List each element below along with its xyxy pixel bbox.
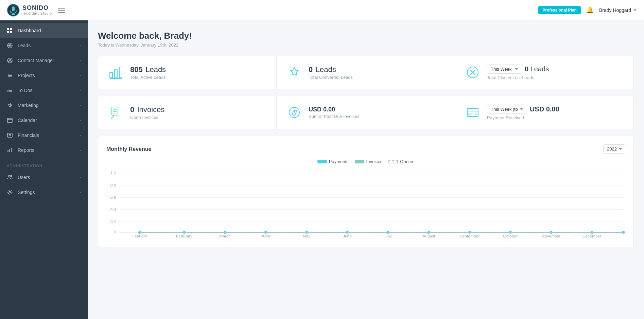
sidebar-nav: Dashboard Leads › Contac bbox=[0, 20, 88, 319]
converted-leads-icon bbox=[286, 64, 302, 81]
closed-lost-icon bbox=[465, 64, 481, 81]
sidebar-item-settings[interactable]: Settings › bbox=[0, 185, 88, 200]
sidebar-item-projects[interactable]: Projects › bbox=[0, 68, 88, 83]
legend-quotes-label: Quotes bbox=[400, 159, 414, 164]
sidebar-item-financials[interactable]: Financials › bbox=[0, 128, 88, 143]
svg-point-18 bbox=[9, 76, 10, 77]
svg-rect-40 bbox=[119, 67, 122, 78]
legend-invoices: Invoices bbox=[355, 159, 383, 164]
stat-card-past-due: USD 0.00 Sum of Past Due Invoices bbox=[277, 96, 455, 129]
sidebar-item-label: Users bbox=[18, 175, 30, 180]
sidebar-item-todos[interactable]: To Dos › bbox=[0, 83, 88, 98]
svg-text:April: April bbox=[262, 234, 270, 238]
sidebar-item-contact-manager[interactable]: Contact Manager › bbox=[0, 53, 88, 68]
sidebar-item-label: Dashboard bbox=[18, 28, 41, 33]
converted-leads-number: 0 bbox=[309, 65, 313, 74]
chevron-right-icon: › bbox=[80, 148, 81, 152]
svg-text:June: June bbox=[343, 234, 352, 238]
sliders-icon bbox=[7, 72, 13, 78]
svg-text:March: March bbox=[219, 234, 230, 238]
legend-payments-label: Payments bbox=[329, 159, 349, 164]
svg-text:0.6: 0.6 bbox=[110, 195, 116, 199]
revenue-header: Monthly Revenue 2022 2021 2020 bbox=[106, 144, 625, 154]
sidebar-item-calendar[interactable]: Calendar › bbox=[0, 113, 88, 128]
svg-rect-45 bbox=[112, 107, 118, 115]
svg-rect-25 bbox=[7, 118, 12, 123]
svg-point-17 bbox=[10, 75, 11, 76]
sidebar-item-label: Calendar bbox=[18, 118, 37, 123]
svg-text:December: December bbox=[582, 234, 601, 238]
financials-icon bbox=[7, 132, 13, 138]
welcome-title: Welcome back, Brady! bbox=[98, 31, 634, 41]
legend-invoices-color bbox=[355, 160, 364, 163]
payment-received-value: USD 0.00 bbox=[530, 105, 559, 113]
payment-period-select[interactable]: This Week (to This Month This Year bbox=[487, 105, 526, 114]
svg-text:0.8: 0.8 bbox=[110, 183, 116, 187]
svg-rect-4 bbox=[7, 28, 9, 30]
svg-point-35 bbox=[8, 176, 10, 177]
closed-lost-period-select[interactable]: This Week This Month This Year All Time bbox=[487, 65, 521, 74]
users-circle-icon bbox=[7, 57, 13, 64]
app-body: Dashboard Leads › Contac bbox=[0, 20, 644, 319]
sidebar-item-label: Reports bbox=[18, 147, 34, 153]
svg-point-10 bbox=[10, 45, 11, 46]
svg-rect-32 bbox=[7, 150, 8, 152]
svg-text:November: November bbox=[542, 234, 560, 238]
revenue-title: Monthly Revenue bbox=[106, 146, 151, 152]
active-leads-label: Leads bbox=[145, 65, 166, 74]
grid-icon bbox=[7, 28, 13, 34]
sidebar-item-label: Marketing bbox=[18, 103, 38, 108]
sidebar-item-users[interactable]: Users › bbox=[0, 170, 88, 185]
svg-text:0: 0 bbox=[114, 230, 116, 234]
revenue-card: Monthly Revenue 2022 2021 2020 Payments … bbox=[98, 136, 634, 247]
sidebar-item-reports[interactable]: Reports › bbox=[0, 143, 88, 158]
logo-sub: recording.studio bbox=[22, 12, 52, 15]
sidebar-item-label: Financials bbox=[18, 132, 39, 138]
open-invoices-desc: Open Invoices bbox=[130, 115, 267, 120]
svg-rect-1 bbox=[12, 6, 15, 11]
chevron-right-icon: › bbox=[80, 118, 81, 122]
bell-icon[interactable]: 🔔 bbox=[586, 6, 594, 14]
sidebar-item-label: To Dos bbox=[18, 88, 33, 93]
hamburger-menu[interactable] bbox=[57, 6, 66, 14]
svg-text:1.0: 1.0 bbox=[110, 171, 116, 175]
open-invoices-number: 0 bbox=[130, 105, 134, 114]
revenue-period-select[interactable]: 2022 2021 2020 bbox=[603, 144, 625, 154]
sidebar-item-dashboard[interactable]: Dashboard bbox=[0, 23, 88, 38]
closed-lost-label: Leads bbox=[530, 65, 549, 73]
main-content: Welcome back, Brady! Today is Wednesday,… bbox=[88, 20, 644, 319]
svg-text:0.4: 0.4 bbox=[110, 208, 116, 211]
legend-payments-color bbox=[317, 160, 327, 163]
legend-invoices-label: Invoices bbox=[366, 159, 383, 164]
past-due-number: USD 0.00 bbox=[309, 106, 335, 113]
sidebar-item-label: Projects bbox=[18, 73, 35, 78]
chevron-right-icon: › bbox=[80, 175, 81, 179]
svg-rect-31 bbox=[7, 134, 8, 135]
list-icon bbox=[7, 87, 13, 93]
header-right: Professional Plan 🔔 Brady Hoggard ▼ bbox=[538, 6, 637, 14]
svg-text:February: February bbox=[176, 234, 192, 238]
user-info[interactable]: Brady Hoggard ▼ bbox=[599, 7, 637, 13]
header-left: SONIDO recording.studio bbox=[7, 4, 66, 17]
svg-point-24 bbox=[7, 91, 8, 92]
chart-legend: Payments Invoices Quotes bbox=[106, 159, 625, 164]
svg-rect-33 bbox=[9, 149, 10, 152]
svg-point-23 bbox=[7, 90, 8, 91]
sidebar-item-marketing[interactable]: Marketing › bbox=[0, 98, 88, 113]
stat-card-closed-lost: This Week This Month This Year All Time … bbox=[455, 56, 633, 89]
welcome-subtitle: Today is Wednesday, January 19th, 2022 bbox=[98, 42, 634, 48]
chart-area: 1.0 0.8 0.6 0.4 0.2 0 bbox=[106, 170, 625, 239]
svg-text:August: August bbox=[422, 234, 435, 238]
revenue-chart: 1.0 0.8 0.6 0.4 0.2 0 bbox=[106, 170, 625, 237]
legend-quotes: Quotes bbox=[388, 159, 414, 164]
chevron-right-icon: › bbox=[80, 73, 81, 77]
svg-rect-34 bbox=[11, 148, 12, 152]
logo-name: SONIDO bbox=[22, 5, 52, 12]
svg-rect-39 bbox=[115, 70, 117, 78]
chevron-right-icon: › bbox=[80, 43, 81, 48]
stat-card-payment-received: This Week (to This Month This Year USD 0… bbox=[455, 96, 633, 129]
active-leads-number: 805 bbox=[130, 65, 143, 74]
active-leads-desc: Total Active Leads bbox=[130, 75, 267, 80]
stats-row-1: 805 Leads Total Active Leads 0 Leads bbox=[98, 56, 634, 89]
sidebar-item-leads[interactable]: Leads › bbox=[0, 38, 88, 53]
